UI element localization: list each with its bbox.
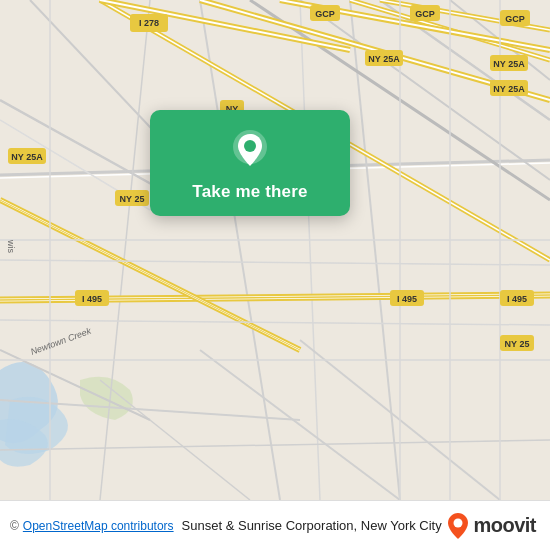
svg-text:I 495: I 495 <box>397 294 417 304</box>
svg-text:wis: wis <box>6 239 16 253</box>
bottom-title: Sunset & Sunrise Corporation, New York C… <box>182 518 448 533</box>
bottom-bar: © OpenStreetMap contributors Sunset & Su… <box>0 500 550 550</box>
svg-text:NY 25: NY 25 <box>120 194 145 204</box>
svg-text:NY 25A: NY 25A <box>11 152 43 162</box>
svg-text:I 278: I 278 <box>139 18 159 28</box>
svg-text:I 495: I 495 <box>507 294 527 304</box>
map-background: I 278 GCP GCP GCP NY 25A NY 25A NY 25A N… <box>0 0 550 500</box>
svg-text:NY 25: NY 25 <box>505 339 530 349</box>
svg-text:NY 25A: NY 25A <box>493 84 525 94</box>
svg-text:GCP: GCP <box>415 9 435 19</box>
svg-text:NY 25A: NY 25A <box>493 59 525 69</box>
bottom-left: © OpenStreetMap contributors <box>10 519 174 533</box>
svg-point-77 <box>244 140 256 152</box>
popup-card: Take me there <box>150 110 350 216</box>
location-pin-icon <box>228 128 272 172</box>
svg-point-78 <box>454 518 463 527</box>
moovit-pin-icon <box>447 512 469 540</box>
osm-link[interactable]: OpenStreetMap contributors <box>23 519 174 533</box>
moovit-logo: moovit <box>447 512 536 540</box>
copyright-icon: © <box>10 519 19 533</box>
moovit-text: moovit <box>473 514 536 537</box>
svg-text:GCP: GCP <box>505 14 525 24</box>
svg-text:NY 25A: NY 25A <box>368 54 400 64</box>
take-me-there-button[interactable]: Take me there <box>192 182 307 202</box>
map-container: I 278 GCP GCP GCP NY 25A NY 25A NY 25A N… <box>0 0 550 500</box>
svg-text:GCP: GCP <box>315 9 335 19</box>
svg-text:I 495: I 495 <box>82 294 102 304</box>
